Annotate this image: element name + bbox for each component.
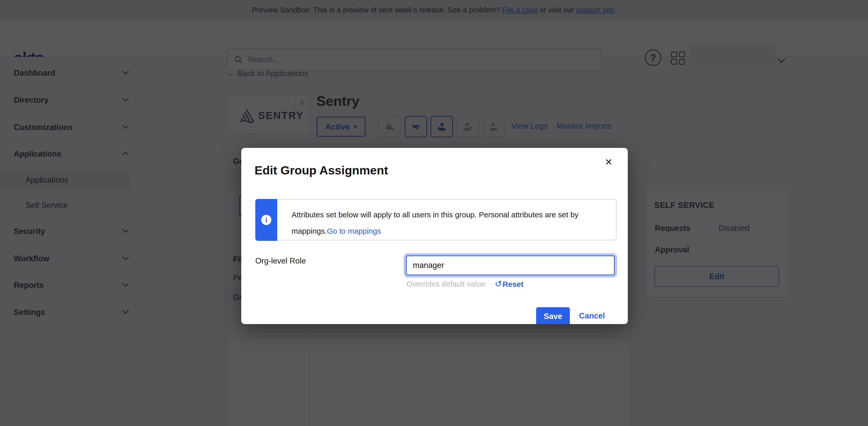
info-callout-text: Attributes set below will apply to all u… — [291, 207, 608, 239]
go-to-mappings-link[interactable]: Go to mappings — [327, 227, 381, 235]
edit-group-assignment-modal: ✕ Edit Group Assignment i Attributes set… — [241, 148, 628, 324]
modal-title: Edit Group Assignment — [254, 163, 388, 177]
info-callout-accent: i — [255, 199, 277, 241]
reset-link[interactable]: ↺Reset — [495, 279, 523, 289]
cancel-button[interactable]: Cancel — [579, 311, 605, 321]
reset-icon: ↺ — [495, 279, 502, 288]
org-level-role-label: Org-level Role — [255, 256, 306, 266]
info-icon: i — [261, 215, 271, 225]
overrides-helper-text: Overrides default value — [406, 280, 485, 288]
close-icon[interactable]: ✕ — [605, 158, 613, 167]
info-callout: i Attributes set below will apply to all… — [255, 199, 617, 240]
okta-admin-screen: Preview Sandbox: This is a preview of ne… — [0, 0, 868, 426]
org-level-role-input[interactable] — [406, 255, 615, 275]
save-button[interactable]: Save — [536, 307, 570, 324]
